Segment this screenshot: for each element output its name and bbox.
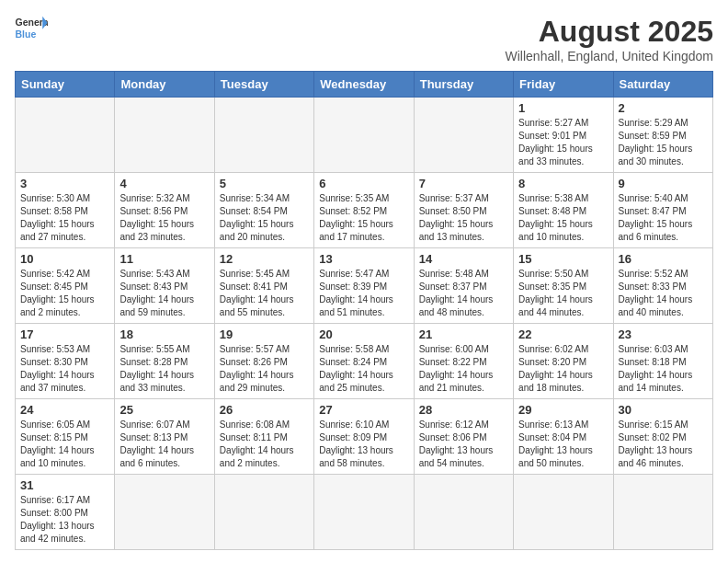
calendar-week-6: 31Sunrise: 6:17 AMSunset: 8:00 PMDayligh… [16,475,713,550]
calendar-cell: 25Sunrise: 6:07 AMSunset: 8:13 PMDayligh… [115,399,214,475]
day-info: Sunrise: 5:58 AMSunset: 8:24 PMDaylight:… [319,343,408,395]
calendar-cell: 27Sunrise: 6:10 AMSunset: 8:09 PMDayligh… [314,399,414,475]
day-info: Sunrise: 5:32 AMSunset: 8:56 PMDaylight:… [119,192,209,244]
day-number: 28 [419,403,508,417]
day-number: 1 [518,101,608,115]
calendar-cell: 12Sunrise: 5:45 AMSunset: 8:41 PMDayligh… [214,248,313,324]
calendar-week-1: 1Sunrise: 5:27 AMSunset: 9:01 PMDaylight… [16,98,713,173]
day-info: Sunrise: 5:53 AMSunset: 8:30 PMDaylight:… [20,343,109,395]
day-info: Sunrise: 5:40 AMSunset: 8:47 PMDaylight:… [619,192,708,244]
calendar-cell: 11Sunrise: 5:43 AMSunset: 8:43 PMDayligh… [115,248,214,324]
weekday-header-monday: Monday [115,72,214,98]
day-info: Sunrise: 5:34 AMSunset: 8:54 PMDaylight:… [220,192,309,244]
day-number: 22 [518,327,608,341]
weekday-header-sunday: Sunday [16,72,115,98]
day-info: Sunrise: 5:27 AMSunset: 9:01 PMDaylight:… [518,117,608,168]
day-info: Sunrise: 5:42 AMSunset: 8:45 PMDaylight:… [20,268,109,319]
calendar-cell [16,98,115,173]
weekday-header-friday: Friday [514,72,613,98]
svg-text:Blue: Blue [16,29,37,40]
calendar-cell [214,98,313,173]
weekday-header-row: SundayMondayTuesdayWednesdayThursdayFrid… [16,72,713,98]
calendar-cell: 13Sunrise: 5:47 AMSunset: 8:39 PMDayligh… [314,248,414,324]
calendar-cell: 26Sunrise: 6:08 AMSunset: 8:11 PMDayligh… [214,399,313,475]
calendar-cell: 28Sunrise: 6:12 AMSunset: 8:06 PMDayligh… [414,399,513,475]
calendar-cell: 16Sunrise: 5:52 AMSunset: 8:33 PMDayligh… [613,248,712,324]
day-number: 17 [20,327,109,341]
month-title: August 2025 [506,15,713,49]
calendar-cell [314,475,414,550]
day-number: 10 [20,252,109,266]
day-info: Sunrise: 5:47 AMSunset: 8:39 PMDaylight:… [319,268,408,319]
calendar-cell: 19Sunrise: 5:57 AMSunset: 8:26 PMDayligh… [214,324,313,399]
calendar-cell: 17Sunrise: 5:53 AMSunset: 8:30 PMDayligh… [16,324,115,399]
day-info: Sunrise: 6:02 AMSunset: 8:20 PMDaylight:… [518,343,608,395]
day-number: 11 [119,252,209,266]
calendar-cell: 29Sunrise: 6:13 AMSunset: 8:04 PMDayligh… [514,399,613,475]
day-number: 3 [20,177,109,190]
weekday-header-wednesday: Wednesday [314,72,414,98]
day-info: Sunrise: 5:55 AMSunset: 8:28 PMDaylight:… [119,343,209,395]
day-number: 21 [419,327,508,341]
day-number: 14 [419,252,508,266]
day-number: 5 [220,177,309,190]
day-number: 2 [619,101,708,115]
day-info: Sunrise: 5:57 AMSunset: 8:26 PMDaylight:… [220,343,309,395]
calendar-cell [214,475,313,550]
day-number: 16 [619,252,708,266]
calendar-week-3: 10Sunrise: 5:42 AMSunset: 8:45 PMDayligh… [16,248,713,324]
calendar-cell: 18Sunrise: 5:55 AMSunset: 8:28 PMDayligh… [115,324,214,399]
day-info: Sunrise: 5:48 AMSunset: 8:37 PMDaylight:… [419,268,508,319]
calendar-cell: 4Sunrise: 5:32 AMSunset: 8:56 PMDaylight… [115,173,214,248]
day-number: 7 [419,177,508,190]
calendar-week-5: 24Sunrise: 6:05 AMSunset: 8:15 PMDayligh… [16,399,713,475]
weekday-header-saturday: Saturday [613,72,712,98]
day-info: Sunrise: 5:50 AMSunset: 8:35 PMDaylight:… [518,268,608,319]
day-info: Sunrise: 5:37 AMSunset: 8:50 PMDaylight:… [419,192,508,244]
calendar-cell: 21Sunrise: 6:00 AMSunset: 8:22 PMDayligh… [414,324,513,399]
calendar-cell: 8Sunrise: 5:38 AMSunset: 8:48 PMDaylight… [514,173,613,248]
day-number: 13 [319,252,408,266]
day-number: 29 [518,403,608,417]
calendar-cell: 24Sunrise: 6:05 AMSunset: 8:15 PMDayligh… [16,399,115,475]
day-number: 24 [20,403,109,417]
calendar-cell: 5Sunrise: 5:34 AMSunset: 8:54 PMDaylight… [214,173,313,248]
calendar-cell: 20Sunrise: 5:58 AMSunset: 8:24 PMDayligh… [314,324,414,399]
calendar-cell: 7Sunrise: 5:37 AMSunset: 8:50 PMDaylight… [414,173,513,248]
day-number: 15 [518,252,608,266]
calendar-week-2: 3Sunrise: 5:30 AMSunset: 8:58 PMDaylight… [16,173,713,248]
title-block: August 2025 Willenhall, England, United … [506,15,713,63]
calendar-cell: 2Sunrise: 5:29 AMSunset: 8:59 PMDaylight… [613,98,712,173]
day-info: Sunrise: 5:35 AMSunset: 8:52 PMDaylight:… [319,192,408,244]
calendar-cell: 1Sunrise: 5:27 AMSunset: 9:01 PMDaylight… [514,98,613,173]
calendar-cell: 3Sunrise: 5:30 AMSunset: 8:58 PMDaylight… [16,173,115,248]
day-info: Sunrise: 6:15 AMSunset: 8:02 PMDaylight:… [619,419,708,470]
day-info: Sunrise: 6:07 AMSunset: 8:13 PMDaylight:… [119,419,209,470]
day-info: Sunrise: 6:05 AMSunset: 8:15 PMDaylight:… [20,419,109,470]
day-info: Sunrise: 6:03 AMSunset: 8:18 PMDaylight:… [619,343,708,395]
calendar-cell [115,98,214,173]
day-info: Sunrise: 5:43 AMSunset: 8:43 PMDaylight:… [119,268,209,319]
calendar-cell: 6Sunrise: 5:35 AMSunset: 8:52 PMDaylight… [314,173,414,248]
day-info: Sunrise: 5:38 AMSunset: 8:48 PMDaylight:… [518,192,608,244]
calendar-cell [314,98,414,173]
weekday-header-thursday: Thursday [414,72,513,98]
day-info: Sunrise: 6:08 AMSunset: 8:11 PMDaylight:… [220,419,309,470]
day-number: 30 [619,403,708,417]
day-info: Sunrise: 5:52 AMSunset: 8:33 PMDaylight:… [619,268,708,319]
calendar-cell: 9Sunrise: 5:40 AMSunset: 8:47 PMDaylight… [613,173,712,248]
logo: General Blue [15,15,48,40]
calendar-table: SundayMondayTuesdayWednesdayThursdayFrid… [15,71,713,550]
day-number: 31 [20,478,109,492]
day-info: Sunrise: 5:29 AMSunset: 8:59 PMDaylight:… [619,117,708,168]
calendar-cell [613,475,712,550]
header: General Blue August 2025 Willenhall, Eng… [15,15,713,63]
calendar-cell [115,475,214,550]
calendar-cell: 15Sunrise: 5:50 AMSunset: 8:35 PMDayligh… [514,248,613,324]
day-number: 25 [119,403,209,417]
calendar-cell [414,98,513,173]
day-info: Sunrise: 6:12 AMSunset: 8:06 PMDaylight:… [419,419,508,470]
day-number: 20 [319,327,408,341]
day-number: 18 [119,327,209,341]
calendar-cell [514,475,613,550]
